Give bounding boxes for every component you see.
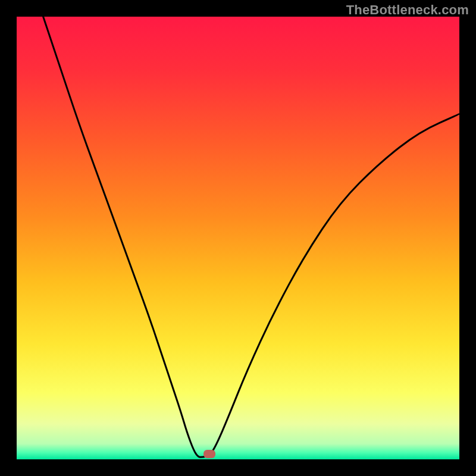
plot-area — [17, 17, 459, 459]
optimal-point-marker — [203, 450, 215, 458]
chart-frame: TheBottleneck.com — [0, 0, 476, 476]
watermark-text: TheBottleneck.com — [346, 2, 469, 18]
bottleneck-curve — [17, 17, 459, 459]
